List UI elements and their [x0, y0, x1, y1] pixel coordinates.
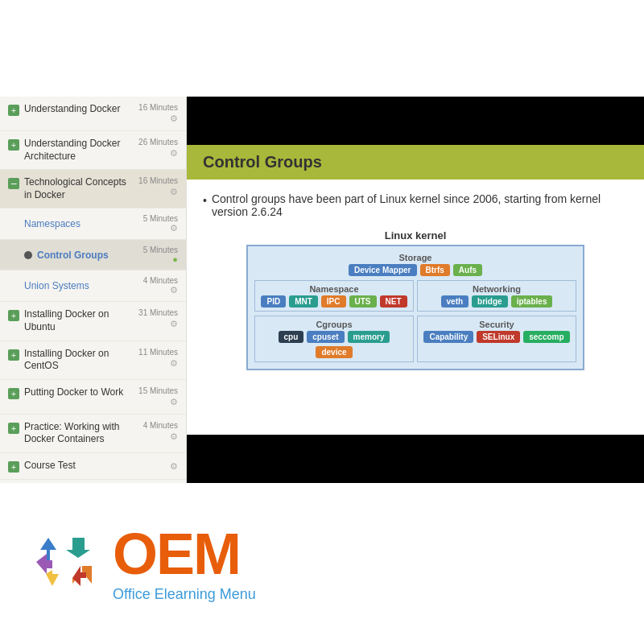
sidebar-item-meta: 16 Minutes ⚙ [134, 103, 178, 124]
sidebar-item-label: Putting Docker to Work [24, 386, 129, 399]
sidebar-item-understanding-docker-arch[interactable]: + Understanding Docker Architecture 26 M… [0, 131, 186, 170]
security-section: Security Capability SELinux seccomp [417, 316, 576, 362]
chip-uts: UTS [349, 295, 377, 308]
chip-iptables: iptables [511, 295, 553, 308]
svg-marker-4 [46, 570, 59, 586]
subitem-label: Union Systems [24, 280, 129, 291]
networking-chips: veth bridge iptables [421, 295, 572, 308]
oem-arrows-icon [32, 534, 97, 594]
chip-device-mapper: Device Mapper [349, 264, 417, 276]
duration-label: 11 Minutes [134, 348, 178, 357]
chip-mnt: MNT [289, 295, 318, 308]
chip-veth: veth [441, 295, 469, 308]
namespace-chips: PID MNT IPC UTS NET [258, 295, 410, 308]
slide-area: Control Groups • Control groups have bee… [187, 145, 644, 435]
sidebar-item-meta: 16 Minutes ⚙ [134, 176, 178, 197]
oem-logo [32, 534, 97, 594]
sidebar-item-meta: 4 Minutes ⚙ [134, 421, 178, 442]
chip-pid: PID [261, 295, 286, 308]
chip-cpu: cpu [279, 331, 304, 343]
status-icon: ⚙ [134, 187, 178, 197]
sidebar-item-meta: 31 Minutes ⚙ [134, 308, 178, 329]
sidebar-item-installing-centos[interactable]: + Installing Docker on CentOS 11 Minutes… [0, 341, 186, 380]
svg-marker-1 [66, 538, 90, 558]
sidebar-item-meta: 11 Minutes ⚙ [134, 348, 178, 369]
security-chips: Capability SELinux seccomp [421, 331, 572, 343]
diagram-title: Linux kernel [385, 229, 447, 242]
expand-icon: + [8, 423, 19, 434]
sidebar-subitem-union-systems[interactable]: Union Systems 4 Minutes ⚙ [0, 270, 186, 302]
sidebar-item-tech-concepts[interactable]: − Technological Concepts in Docker 16 Mi… [0, 170, 186, 208]
status-icon: ⚙ [134, 114, 178, 124]
expand-icon: + [8, 139, 19, 151]
expand-icon: + [8, 310, 19, 321]
sidebar-item-label: Understanding Docker [24, 103, 129, 116]
chip-device: device [316, 346, 352, 358]
slide-title-text: Control Groups [203, 153, 322, 171]
security-label: Security [421, 320, 572, 329]
subitem-meta: 5 Minutes ⚙ [134, 214, 178, 233]
kernel-diagram: Linux kernel Storage Device Mapper Btrfs… [203, 229, 628, 370]
namespace-networking-row: Namespace PID MNT IPC UTS NET [254, 280, 576, 312]
slide-body: • Control groups have been part of Linux… [187, 180, 644, 383]
chip-capability: Capability [423, 331, 473, 343]
sidebar-subitem-namespaces[interactable]: Namespaces 5 Minutes ⚙ [0, 208, 186, 240]
subitem-label: Control Groups [37, 250, 129, 261]
chip-cpuset: cpuset [307, 331, 344, 343]
slide-title: Control Groups [187, 145, 644, 180]
subitem-label: Namespaces [24, 218, 129, 229]
subitem-meta: 5 Minutes ● [134, 246, 178, 264]
chip-selinux: SELinux [477, 331, 520, 343]
sidebar-item-course-test[interactable]: + Course Test ⚙ [0, 453, 186, 480]
collapse-icon: − [8, 178, 19, 189]
sidebar-item-meta: ⚙ [134, 460, 178, 472]
sidebar-item-putting-to-work[interactable]: + Putting Docker to Work 15 Minutes ⚙ [0, 380, 186, 415]
oem-text-block: OEM Office Elearning Menu [113, 525, 256, 603]
expand-icon: + [8, 349, 19, 361]
networking-label: Networking [421, 284, 572, 294]
bottom-branding: OEM Office Elearning Menu [0, 483, 644, 644]
cgroups-security-row: Cgroups cpu cpuset memory device [254, 316, 576, 362]
subitem-duration: 4 Minutes [143, 276, 178, 285]
subitem-meta: 4 Minutes ⚙ [134, 276, 178, 295]
sidebar-item-label: Course Test [24, 460, 129, 473]
duration-label: 4 Minutes [134, 421, 178, 430]
sidebar-item-label: Technological Concepts in Docker [24, 176, 129, 201]
storage-section: Storage Device Mapper Btrfs Aufs [254, 253, 576, 276]
duration-label: 15 Minutes [134, 386, 178, 395]
cgroups-label: Cgroups [258, 320, 410, 329]
status-icon: ⚙ [134, 397, 178, 407]
expand-icon: + [8, 105, 19, 116]
duration-label: 26 Minutes [134, 138, 178, 147]
sidebar-subitem-control-groups[interactable]: Control Groups 5 Minutes ● [0, 240, 186, 270]
kernel-box: Storage Device Mapper Btrfs Aufs [246, 245, 584, 370]
expand-icon: + [8, 461, 19, 473]
duration-label: 16 Minutes [134, 176, 178, 185]
sidebar-item-installing-ubuntu[interactable]: + Installing Docker on Ubuntu 31 Minutes… [0, 302, 186, 341]
bullet-icon: • [203, 194, 207, 207]
sidebar-item-understanding-docker[interactable]: + Understanding Docker 16 Minutes ⚙ [0, 97, 186, 131]
black-top-bar [187, 97, 644, 145]
sidebar-item-meta: 15 Minutes ⚙ [134, 386, 178, 407]
chip-ipc: IPC [321, 295, 346, 308]
status-icon: ⚙ [134, 148, 178, 159]
top-whitespace [0, 0, 644, 97]
status-icon: ⚙ [134, 319, 178, 329]
oem-logo-text: OEM [113, 525, 256, 583]
cgroups-section: Cgroups cpu cpuset memory device [254, 316, 414, 362]
chip-net: NET [380, 295, 407, 308]
slide-bullet-point: • Control groups have been part of Linux… [203, 192, 628, 218]
sidebar-item-practice[interactable]: + Practice: Working with Docker Containe… [0, 415, 186, 453]
sidebar-item-label: Installing Docker on CentOS [24, 348, 129, 373]
storage-label: Storage [254, 253, 576, 262]
content-area: Control Groups • Control groups have bee… [187, 97, 644, 483]
sidebar-item-meta: 26 Minutes ⚙ [134, 138, 178, 159]
chip-bridge: bridge [472, 295, 508, 308]
namespace-section: Namespace PID MNT IPC UTS NET [254, 280, 414, 312]
chip-aufs: Aufs [453, 264, 482, 276]
status-icon: ⚙ [134, 461, 178, 472]
networking-section: Networking veth bridge iptables [417, 280, 576, 312]
expand-icon: + [8, 388, 19, 399]
chip-seccomp: seccomp [523, 331, 569, 343]
bullet-text: Control groups have been part of Linux k… [212, 192, 628, 218]
